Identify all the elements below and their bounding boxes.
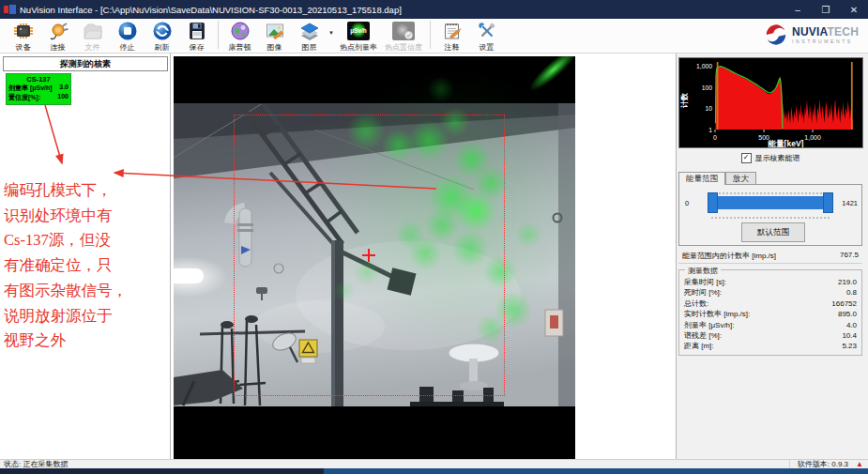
toolbar-compton-button[interactable]: 康普顿 xyxy=(222,19,257,53)
nuclide-confidence-value: 100 xyxy=(57,93,69,102)
title-bar: NuVision Interface - [C:\App\NuVision\Sa… xyxy=(0,0,868,19)
user-annotation-text: 编码孔模式下， 识别处环境中有 Cs-137源，但没 有准确定位，只 有图示杂散… xyxy=(4,178,169,354)
toolbar-label: 热点剂量率 xyxy=(340,42,377,53)
measurement-value: 0.8 xyxy=(846,288,857,297)
show-nuclide-spectrum-label: 显示核素能谱 xyxy=(755,153,800,163)
toolbar-settings-button[interactable]: 设置 xyxy=(469,19,504,53)
layers-icon xyxy=(298,21,321,41)
nuclide-item-cs137[interactable]: CS-137 剂量率 [μSv/h]3.0 置信度[%]:100 xyxy=(6,73,71,105)
energy-range-group: 能量范围 放大 0 1421 默认范围 能量范围内的计 xyxy=(678,172,862,264)
toolbar-annotate-button[interactable]: 注释 xyxy=(434,19,469,53)
toolbar-save-button[interactable]: 保存 xyxy=(179,19,214,53)
annotate-icon xyxy=(441,21,464,41)
progress-segment xyxy=(0,468,324,474)
save-icon xyxy=(186,21,208,41)
toolbar-refresh-button[interactable]: 刷新 xyxy=(145,19,179,53)
range-min-label: 0 xyxy=(685,199,689,207)
toolbar-hotspot-dose-button[interactable]: μSv/h 热点剂量率 xyxy=(336,19,381,53)
camera-viewport xyxy=(171,54,676,459)
toolbar-label: 设置 xyxy=(480,42,495,53)
measurement-label: 死时间 [%]: xyxy=(684,288,722,297)
range-max-label: 1421 xyxy=(842,199,858,207)
compton-icon xyxy=(229,21,251,41)
tab-zoom[interactable]: 放大 xyxy=(725,172,756,185)
nuclide-confidence-label: 置信度[%]: xyxy=(8,93,40,102)
tab-energy-range[interactable]: 能量范围 xyxy=(678,172,725,185)
svg-text:10: 10 xyxy=(705,105,712,112)
app-icon xyxy=(4,5,16,14)
measurement-row: 采集时间 [s]:219.0 xyxy=(679,277,861,287)
plug-icon xyxy=(47,21,69,41)
measurement-label: 剂量率 [μSv/h]: xyxy=(684,321,735,329)
bottom-progress-bar xyxy=(0,468,868,474)
slider-ticks-top xyxy=(711,192,830,194)
minimize-button[interactable]: – xyxy=(784,0,812,19)
toolbar-label: 刷新 xyxy=(155,42,170,53)
measurement-value: 895.0 xyxy=(838,310,857,318)
analysis-panel: 05001,0001101001,000能量[keV]计数 ✓ 显示核素能谱 能… xyxy=(676,54,868,459)
measurement-value: 219.0 xyxy=(838,278,857,286)
toolbar-separator xyxy=(430,21,431,49)
toolbar-label: 注释 xyxy=(445,42,460,53)
nuclide-dose-value: 3.0 xyxy=(59,84,69,93)
count-rate-label: 能量范围内的计数率 [imp./s] xyxy=(682,251,776,261)
refresh-icon xyxy=(151,21,174,41)
svg-text:1,000: 1,000 xyxy=(804,134,821,141)
svg-text:μSv/h: μSv/h xyxy=(350,27,367,35)
toolbar-label: 停止 xyxy=(120,42,135,53)
slider-handle-left[interactable] xyxy=(708,192,718,213)
measurement-value: 10.4 xyxy=(842,331,857,340)
layers-dropdown-arrow[interactable]: ▼ xyxy=(327,30,336,36)
toolbar-device-button[interactable]: 设备 xyxy=(6,19,40,53)
energy-range-tabpage: 0 1421 默认范围 xyxy=(678,184,862,246)
toolbar-connect-button[interactable]: 连接 xyxy=(40,19,75,53)
slider-bar[interactable] xyxy=(708,196,833,209)
hotspot-dose-icon: μSv/h xyxy=(347,21,370,41)
svg-text:100: 100 xyxy=(702,84,713,91)
radiation-streak xyxy=(525,56,575,96)
slider-handle-right[interactable] xyxy=(823,192,833,213)
nuclide-dose-label: 剂量率 [μSv/h] xyxy=(8,84,53,93)
measurement-data-group: 测量数据 采集时间 [s]:219.0 死时间 [%]:0.8 总计数:1667… xyxy=(678,269,862,356)
spectrum-chart[interactable]: 05001,0001101001,000能量[keV]计数 xyxy=(678,57,863,148)
measurement-label: 距离 [m]: xyxy=(684,342,714,350)
toolbar-label: 康普顿 xyxy=(229,42,251,53)
toolbar-label: 热点置信度 xyxy=(385,42,422,53)
energy-range-slider[interactable] xyxy=(708,189,833,219)
measurement-value: 5.23 xyxy=(842,342,857,350)
toolbar-label: 设备 xyxy=(16,42,31,53)
svg-text:0: 0 xyxy=(713,134,717,141)
toolbar-file-button: 文件 xyxy=(75,19,110,53)
settings-icon xyxy=(476,21,498,41)
toolbar: 设备 连接 文件 停止 xyxy=(0,19,868,54)
nuclide-panel: 探测到的核素 CS-137 剂量率 [μSv/h]3.0 置信度[%]:100 … xyxy=(0,54,171,459)
toolbar-label: 文件 xyxy=(85,42,100,53)
measurement-row: 剂量率 [μSv/h]:4.0 xyxy=(679,320,861,330)
close-button[interactable]: ✕ xyxy=(840,0,868,19)
brand-subtitle: INSTRUMENTS xyxy=(792,39,859,44)
status-bar: 状态: 正在采集数据 软件版本: 0.9.3 ▲ xyxy=(0,459,868,468)
toolbar-stop-button[interactable]: 停止 xyxy=(110,19,145,53)
hotspot-confidence-icon xyxy=(392,21,415,41)
svg-text:能量[keV]: 能量[keV] xyxy=(768,139,804,148)
svg-text:1: 1 xyxy=(708,127,712,133)
crosshair-marker xyxy=(362,249,375,262)
slider-ticks-bottom xyxy=(711,217,830,219)
measurement-row: 死时间 [%]:0.8 xyxy=(679,287,861,298)
measurement-label: 采集时间 [s]: xyxy=(684,278,726,286)
stop-icon xyxy=(116,21,139,41)
maximize-button[interactable]: ❐ xyxy=(812,0,840,19)
measurement-row: 谱残差 [%]:10.4 xyxy=(679,330,861,341)
alarm-indicator-icon[interactable]: ▲ xyxy=(856,461,868,468)
brand-bold: NUVIA xyxy=(792,25,827,38)
measurement-row: 总计数:166752 xyxy=(679,298,861,309)
show-nuclide-spectrum-checkbox[interactable]: ✓ xyxy=(741,153,752,163)
brand-light: TECH xyxy=(828,25,859,38)
measurement-value: 166752 xyxy=(831,299,857,308)
toolbar-layers-button[interactable]: 图层 xyxy=(292,19,327,53)
toolbar-image-button[interactable]: 图像 xyxy=(257,19,292,53)
svg-text:1,000: 1,000 xyxy=(696,63,712,69)
default-range-button[interactable]: 默认范围 xyxy=(741,222,805,242)
measurement-row: 实时计数率 [imp./s]:895.0 xyxy=(679,309,861,319)
camera-view[interactable] xyxy=(174,56,575,459)
